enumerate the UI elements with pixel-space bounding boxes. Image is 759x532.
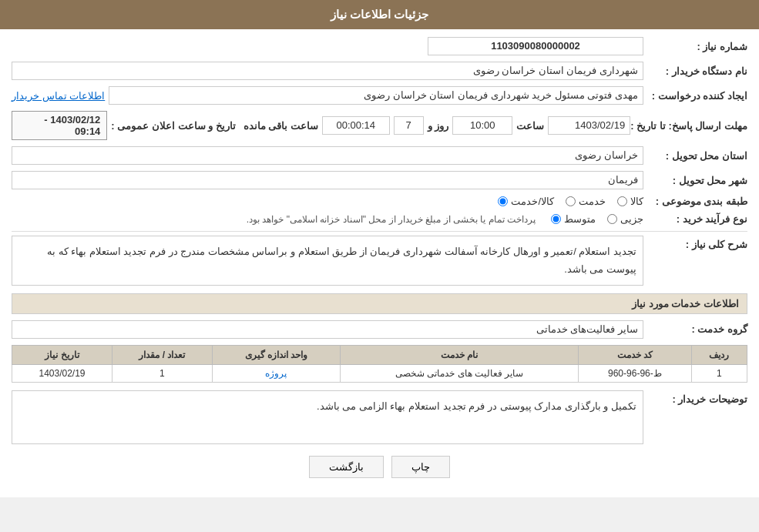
proc-jazii-option[interactable]: جزیی (607, 213, 643, 225)
buyer-org-label: نام دستگاه خریدار : (647, 65, 747, 77)
table-cell: 1403/02/19 (12, 364, 113, 382)
service-group-label: گروه خدمت : (647, 323, 747, 335)
col-quantity: تعداد / مقدار (112, 345, 212, 364)
print-button[interactable]: چاپ (391, 456, 450, 478)
proc-jazii-radio[interactable] (607, 214, 617, 224)
category-kala-radio[interactable] (617, 196, 627, 206)
category-kala-option[interactable]: کالا (617, 196, 643, 207)
buyer-notes-label: توضیحات خریدار : (647, 390, 747, 405)
page-header: جزئیات اطلاعات نیاز (0, 0, 759, 29)
col-row: ردیف (691, 345, 747, 364)
needs-description: تجدید استعلام /تعمیر و اورهال کارخانه آس… (12, 236, 643, 286)
buyer-org-value: شهرداری فریمان استان خراسان رضوی (12, 62, 643, 80)
announce-value: 1403/02/12 - 09:14 (12, 111, 107, 140)
col-date: تاریخ نیاز (12, 345, 113, 364)
service-group-value: سایر فعالیت‌های خدماتی (12, 320, 643, 339)
deadline-days: 7 (394, 116, 424, 135)
category-khedmat-option[interactable]: خدمت (566, 196, 606, 207)
proc-jazii-label: جزیی (620, 213, 643, 225)
col-unit: واحد اندازه گیری (212, 345, 340, 364)
category-khedmat-radio[interactable] (566, 196, 576, 206)
category-kala-khedmat-radio[interactable] (498, 196, 508, 206)
table-cell: 1 (112, 364, 212, 382)
services-table-container: ردیف کد خدمت نام خدمت واحد اندازه گیری ت… (12, 345, 747, 383)
province-label: استان محل تحویل : (647, 150, 747, 162)
proc-description: پرداخت تمام یا بخشی از مبلغ خریدار از مح… (247, 214, 536, 225)
province-value: خراسان رضوی (12, 146, 643, 165)
category-kala-khedmat-option[interactable]: کالا/خدمت (498, 196, 554, 207)
proc-motavaset-option[interactable]: متوسط (551, 213, 596, 225)
procurement-radio-group: متوسط جزیی (551, 213, 643, 225)
category-radio-group: کالا/خدمت خدمت کالا (498, 196, 643, 207)
need-number-label: شماره نیاز : (647, 41, 747, 52)
deadline-day-label: روز و (428, 120, 449, 132)
category-kala-khedmat-label: کالا/خدمت (511, 196, 554, 207)
services-table: ردیف کد خدمت نام خدمت واحد اندازه گیری ت… (12, 345, 747, 383)
deadline-time-label: ساعت (516, 120, 544, 132)
deadline-date: 1403/02/19 (548, 116, 630, 135)
contact-link[interactable]: اطلاعات تماس خریدار (12, 90, 105, 102)
deadline-time: 10:00 (452, 116, 512, 135)
table-cell: پروژه (212, 364, 340, 382)
announce-label: تاریخ و ساعت اعلان عمومی : (111, 120, 235, 132)
table-cell: ط-96-96-960 (579, 364, 691, 382)
creator-label: ایجاد کننده درخواست : (647, 90, 747, 102)
category-kala-label: کالا (630, 196, 643, 207)
page-title: جزئیات اطلاعات نیاز (331, 8, 428, 21)
buttons-row: چاپ بازگشت (12, 456, 747, 478)
buyer-notes-value: تکمیل و بارگذاری مدارک پیوستی در فرم تجد… (12, 390, 643, 444)
table-cell: سایر فعالیت های خدماتی شخصی (341, 364, 579, 382)
proc-motavaset-radio[interactable] (551, 214, 561, 224)
back-button[interactable]: بازگشت (309, 456, 384, 478)
services-section-title: اطلاعات خدمات مورد نیاز (12, 293, 747, 314)
table-cell: 1 (691, 364, 747, 382)
table-row: 1ط-96-96-960سایر فعالیت های خدماتی شخصیپ… (12, 364, 747, 382)
category-khedmat-label: خدمت (579, 196, 606, 207)
city-label: شهر محل تحویل : (647, 175, 747, 186)
remaining-label: ساعت باقی مانده (243, 120, 318, 132)
col-code: کد خدمت (579, 345, 691, 364)
creator-value: مهدی فتوتی مسئول خرید شهرداری فریمان است… (109, 86, 643, 105)
col-name: نام خدمت (341, 345, 579, 364)
needs-description-label: شرح کلی نیاز : (647, 236, 747, 250)
procurement-label: نوع فرآیند خرید : (647, 213, 747, 225)
deadline-label: مهلت ارسال پاسخ: تا تاریخ : (634, 120, 747, 132)
remaining-time: 00:00:14 (322, 116, 390, 135)
category-label: طبقه بندی موضوعی : (647, 196, 747, 207)
need-number-value: 1103090080000002 (428, 37, 643, 55)
city-value: فریمان (12, 171, 643, 189)
proc-motavaset-label: متوسط (564, 213, 596, 225)
